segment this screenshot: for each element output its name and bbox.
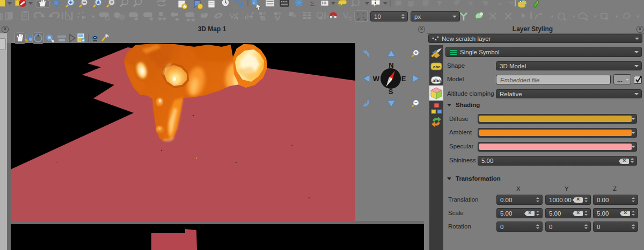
svg-text:abc: abc bbox=[433, 78, 441, 83]
svg-text:i: i bbox=[253, 0, 254, 5]
svg-text:Σ: Σ bbox=[310, 0, 315, 8]
svg-text:S: S bbox=[235, 17, 237, 20]
svg-text:abc: abc bbox=[433, 65, 441, 69]
svg-text:i: i bbox=[375, 0, 376, 5]
